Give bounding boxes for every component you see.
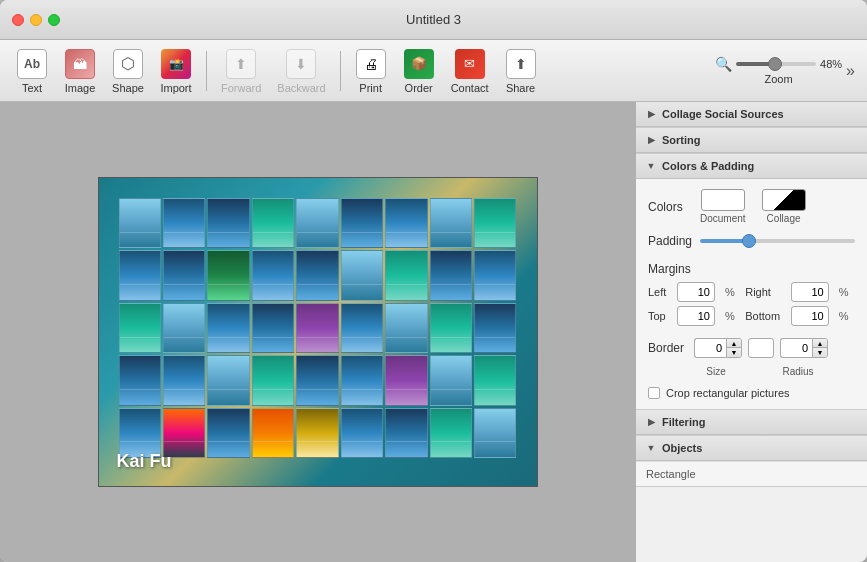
minimize-button[interactable] [30,14,42,26]
shape-tool-button[interactable]: ⬡ Shape [104,44,152,98]
border-size-up[interactable]: ▲ [727,339,741,348]
photo-cell[interactable] [119,250,161,300]
photo-cell[interactable] [341,408,383,458]
document-color-swatch[interactable] [701,189,745,211]
photo-cell[interactable] [430,303,472,353]
filtering-header[interactable]: Filtering [636,410,867,435]
border-radius-down[interactable]: ▼ [813,348,827,357]
colors-padding-header[interactable]: Colors & Padding [636,154,867,179]
import-icon: 📸 [160,48,192,80]
colors-padding-label: Colors & Padding [662,160,754,172]
maximize-button[interactable] [48,14,60,26]
padding-slider[interactable] [700,239,855,243]
separator-2 [340,51,341,91]
share-icon: ⬆ [505,48,537,80]
collage-social-header[interactable]: Collage Social Sources [636,102,867,127]
collage-color-swatch[interactable] [762,189,806,211]
photo-cell[interactable] [341,303,383,353]
top-margin-input[interactable] [677,306,715,326]
bottom-unit: % [839,310,855,322]
import-tool-button[interactable]: 📸 Import [152,44,200,98]
zoom-slider[interactable] [736,62,816,66]
photo-cell[interactable] [385,408,427,458]
photo-cell[interactable] [207,250,249,300]
print-label: Print [359,82,382,94]
photo-cell[interactable] [207,355,249,405]
border-size-input[interactable] [694,338,726,358]
border-size-down[interactable]: ▼ [727,348,741,357]
chevron-right-button[interactable]: » [842,58,859,84]
photo-cell[interactable] [119,355,161,405]
text-tool-label: Text [22,82,42,94]
photo-cell[interactable] [252,198,294,248]
backward-button[interactable]: ⬇ Backward [269,44,333,98]
photo-cell[interactable] [385,355,427,405]
photo-cell[interactable] [430,250,472,300]
collage-color-label: Collage [767,213,801,224]
bottom-margin-input[interactable] [791,306,829,326]
photo-cell[interactable] [252,408,294,458]
photo-cell[interactable] [474,408,516,458]
text-tool-button[interactable]: Ab Text [8,44,56,98]
close-button[interactable] [12,14,24,26]
photo-cell[interactable] [296,198,338,248]
crop-row: Crop rectangular pictures [648,387,855,399]
photo-cell[interactable] [163,355,205,405]
canvas[interactable]: Kai Fu [98,177,538,487]
photo-cell[interactable] [474,198,516,248]
photo-cell[interactable] [252,355,294,405]
right-margin-input[interactable] [791,282,829,302]
document-color-label: Document [700,213,746,224]
photo-cell[interactable] [474,355,516,405]
order-button[interactable]: 📦 Order [395,44,443,98]
photo-cell[interactable] [207,303,249,353]
border-radius-input[interactable] [780,338,812,358]
photo-cell[interactable] [341,355,383,405]
left-margin-input[interactable] [677,282,715,302]
photo-cell[interactable] [430,355,472,405]
print-button[interactable]: 🖨 Print [347,44,395,98]
crop-checkbox[interactable] [648,387,660,399]
margins-title: Margins [648,262,855,276]
forward-button[interactable]: ⬆ Forward [213,44,269,98]
photo-cell[interactable] [163,198,205,248]
photo-cell[interactable] [296,303,338,353]
border-radius-up[interactable]: ▲ [813,339,827,348]
photo-cell[interactable] [385,198,427,248]
photo-cell[interactable] [474,303,516,353]
photo-cell[interactable] [252,250,294,300]
padding-row: Padding [648,234,855,248]
share-button[interactable]: ⬆ Share [497,44,545,98]
contact-button[interactable]: ✉ Contact [443,44,497,98]
photo-cell[interactable] [385,303,427,353]
border-color-swatch[interactable] [748,338,774,358]
photo-cell[interactable] [430,198,472,248]
photo-cell[interactable] [341,250,383,300]
photo-cell[interactable] [296,250,338,300]
photo-cell[interactable] [207,198,249,248]
photo-cell[interactable] [252,303,294,353]
objects-header[interactable]: Objects [636,436,867,461]
margins-section: Margins Left % Right % Top [648,262,855,326]
photo-cell[interactable] [119,303,161,353]
photo-cell[interactable] [296,355,338,405]
photo-cell[interactable] [207,408,249,458]
photo-cell[interactable] [163,250,205,300]
colors-row: Colors Document Collage [648,189,855,224]
order-icon: 📦 [403,48,435,80]
zoom-value: 48% [820,58,842,70]
photo-cell[interactable] [341,198,383,248]
photo-cell[interactable] [296,408,338,458]
image-tool-button[interactable]: 🏔 Image [56,44,104,98]
photo-cell[interactable] [430,408,472,458]
photo-cell[interactable] [474,250,516,300]
photo-cell[interactable] [385,250,427,300]
shape-icon: ⬡ [112,48,144,80]
photo-cell[interactable] [119,198,161,248]
photo-cell[interactable] [163,303,205,353]
canvas-area: Kai Fu [0,102,635,562]
border-size-stepper: ▲ ▼ [694,338,742,358]
top-unit: % [725,310,741,322]
sorting-header[interactable]: Sorting [636,128,867,153]
colors-label: Colors [648,200,700,214]
